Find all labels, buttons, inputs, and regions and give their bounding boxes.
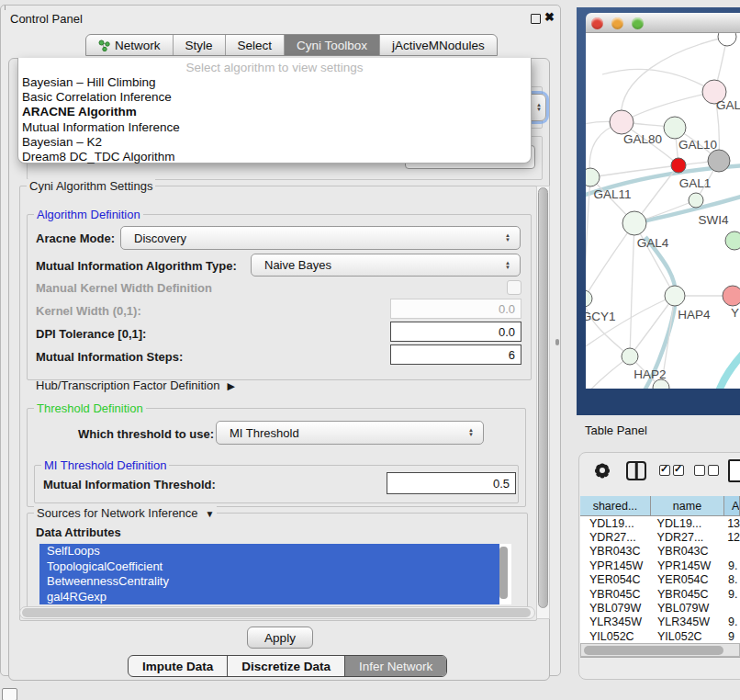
column-header-name[interactable]: name	[651, 496, 724, 516]
table-row[interactable]: YLR345WYLR345W9.	[580, 615, 740, 629]
dropdown-option-aracne-algorithm[interactable]: ARACNE Algorithm	[22, 105, 527, 119]
mac-close-button[interactable]	[591, 17, 603, 29]
dpi-tolerance-field[interactable]: 0.0	[390, 322, 521, 342]
mac-minimize-button[interactable]	[611, 17, 623, 29]
network-node-hap4[interactable]	[665, 286, 685, 306]
kernel-width-field[interactable]: 0.0	[390, 299, 521, 319]
network-node[interactable]	[725, 231, 740, 250]
checked-checkbox-icon[interactable]	[673, 465, 684, 476]
splitpane-divider-handle[interactable]	[555, 339, 559, 345]
node-label-gal10: GAL10	[678, 138, 717, 152]
table-cell: YPR145W	[580, 559, 651, 572]
attribute-item-gal4rgexp[interactable]: gal4RGexp	[39, 590, 499, 605]
network-node-gal80[interactable]	[610, 110, 633, 134]
table-row[interactable]: YBR045CYBR045C9.	[580, 587, 740, 601]
table-row[interactable]: YPR145WYPR145W9.	[580, 559, 740, 572]
table-cell: YDR27...	[651, 531, 724, 544]
manual-kernel-checkbox[interactable]	[507, 280, 521, 295]
mi-steps-field[interactable]: 6	[390, 344, 521, 365]
table-row[interactable]: YBL079WYBL079W	[580, 601, 740, 615]
network-edge[interactable]	[602, 69, 714, 92]
network-window-titlebar[interactable]	[586, 13, 740, 33]
aracne-mode-combo[interactable]: Discovery ▲▼	[120, 226, 521, 250]
unchecked-checkbox-icon[interactable]	[708, 465, 719, 476]
algorithm-definition-title: Algorithm Definition	[34, 208, 143, 221]
dropdown-option-bayesian-hill-climbing[interactable]: Bayesian – Hill Climbing	[22, 75, 527, 90]
which-threshold-combo[interactable]: MI Threshold ▲▼	[216, 421, 484, 445]
unchecked-checkbox-icon[interactable]	[694, 465, 705, 476]
table-row[interactable]: YIL052CYIL052C9	[580, 629, 740, 643]
sources-group-title[interactable]: Sources for Network Inference▼	[34, 506, 217, 520]
network-node-swi4[interactable]	[689, 193, 703, 208]
settings-horizontal-scrollbar-thumb[interactable]	[22, 608, 531, 617]
network-edge[interactable]	[586, 223, 634, 299]
document-icon[interactable]	[728, 459, 740, 482]
table-cell: YDL19...	[580, 517, 651, 530]
node-label-hap4: HAP4	[678, 308, 711, 322]
tab-network[interactable]: Network	[86, 35, 173, 55]
tab-cyni-toolbox[interactable]: Cyni Toolbox	[284, 35, 379, 55]
network-graph[interactable]: GALGAL80GAL10GAL1GAL11SWI4GAL4GCY1HAP4YH…	[586, 33, 740, 389]
checked-checkbox-icon[interactable]	[659, 465, 670, 476]
network-edge[interactable]	[713, 345, 740, 389]
bottom-tab-impute-data[interactable]: Impute Data	[129, 656, 227, 676]
network-edge[interactable]	[621, 37, 727, 122]
tab-select[interactable]: Select	[225, 35, 285, 55]
network-canvas[interactable]: GALGAL80GAL10GAL1GAL11SWI4GAL4GCY1HAP4YH…	[586, 33, 740, 389]
settings-vertical-scrollbar-thumb[interactable]	[538, 187, 548, 608]
mac-zoom-button[interactable]	[632, 17, 644, 29]
network-edge[interactable]	[586, 299, 630, 356]
attributes-list-scrollbar[interactable]	[499, 547, 508, 599]
network-node-gal10[interactable]	[664, 117, 686, 139]
table-horizontal-scrollbar-thumb[interactable]	[584, 646, 723, 655]
mi-algorithm-type-combo[interactable]: Naive Bayes ▲▼	[251, 254, 521, 277]
aracne-mode-label: Aracne Mode:	[36, 231, 115, 245]
network-edge[interactable]	[630, 296, 675, 356]
network-node-hap2[interactable]	[622, 348, 638, 365]
network-node-gal1[interactable]	[671, 158, 686, 173]
minimized-window-icon[interactable]	[2, 688, 17, 700]
network-node-gcy1[interactable]	[586, 290, 592, 307]
table-cell: YBR043C	[651, 545, 724, 558]
table-cell: YIL052C	[651, 630, 724, 643]
table-row[interactable]: YBR043CYBR043C	[580, 545, 740, 559]
bottom-tab-infer-network[interactable]: Infer Network	[344, 656, 446, 676]
data-attributes-list[interactable]: SelfLoopsTopologicalCoefficientBetweenne…	[39, 544, 511, 604]
tab-jactivemnodules[interactable]: jActiveMNodules	[379, 35, 497, 55]
close-icon[interactable]: ✖	[544, 10, 555, 24]
gear-icon[interactable]	[593, 461, 611, 480]
network-edge[interactable]	[622, 92, 714, 122]
tab-style[interactable]: Style	[173, 35, 225, 55]
dropdown-option-mutual-information-inference[interactable]: Mutual Information Inference	[22, 120, 527, 135]
dropdown-option-bayesian-k2[interactable]: Bayesian – K2	[22, 135, 527, 150]
attribute-item-selfloops[interactable]: SelfLoops	[39, 544, 499, 559]
sources-title-label: Sources for Network Inference	[37, 506, 198, 520]
column-split-icon[interactable]	[626, 461, 646, 480]
column-header-shared[interactable]: shared...	[580, 496, 651, 516]
network-edge[interactable]	[634, 223, 675, 296]
tab-label: jActiveMNodules	[392, 39, 485, 52]
table-row[interactable]: YDR27...YDR27...12	[580, 530, 740, 544]
table-row[interactable]: YDL19...YDL19...13	[580, 516, 740, 530]
table-row[interactable]: YER054CYER054C8.	[580, 573, 740, 587]
network-node[interactable]	[718, 33, 736, 46]
mi-threshold-field[interactable]: 0.5	[387, 472, 516, 494]
network-edge[interactable]	[638, 237, 676, 389]
network-node[interactable]	[708, 150, 730, 172]
table-cell: YER054C	[651, 573, 724, 586]
dropdown-option-basic-correlation-inference[interactable]: Basic Correlation Inference	[22, 90, 527, 105]
column-header-a[interactable]: A	[724, 496, 740, 516]
attribute-item-topologicalcoefficient[interactable]: TopologicalCoefficient	[39, 559, 499, 575]
hub-definition-toggle[interactable]: Hub/Transcription Factor Definition▶	[36, 378, 235, 392]
tab-label: Select	[238, 39, 273, 52]
float-window-icon[interactable]	[531, 14, 541, 24]
attribute-item-betweennesscentrality[interactable]: BetweennessCentrality	[39, 574, 499, 590]
network-node-gal4[interactable]	[622, 211, 646, 235]
network-node-gal11[interactable]	[586, 168, 600, 186]
apply-button[interactable]: Apply	[247, 627, 313, 649]
network-node-y[interactable]	[723, 286, 740, 306]
network-edge[interactable]	[630, 223, 634, 356]
bottom-tab-discretize-data[interactable]: Discretize Data	[227, 656, 344, 676]
dropdown-option-dream8-dc-tdc-algorithm[interactable]: Dream8 DC_TDC Algorithm	[22, 150, 527, 164]
control-panel: Control Panel ✖ NetworkStyleSelectCyni T…	[0, 5, 561, 676]
